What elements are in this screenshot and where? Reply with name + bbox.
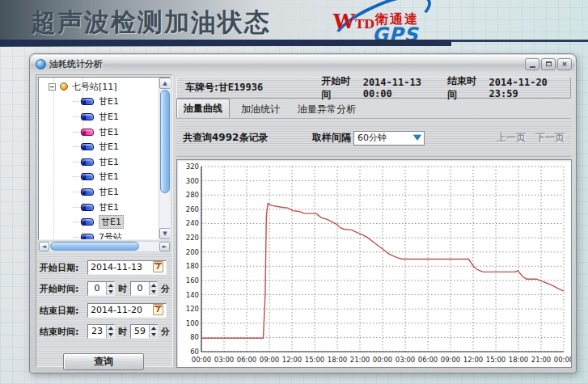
end-time-row: 结束时间: 23 时 59 分 xyxy=(40,324,173,339)
y-tick-label: 140 xyxy=(186,291,199,299)
y-tick-label: 260 xyxy=(186,205,199,213)
scroll-down-icon[interactable]: ▼ xyxy=(159,228,171,239)
spin-down-icon[interactable] xyxy=(107,289,114,295)
scroll-left-icon[interactable]: ◄ xyxy=(39,242,49,251)
spin-up-icon[interactable] xyxy=(150,325,157,331)
group-dot-icon xyxy=(60,82,68,91)
tree-horizontal-scrollbar[interactable]: ◄ ► xyxy=(38,241,171,252)
scroll-right-icon[interactable]: ► xyxy=(159,242,170,251)
tree-item-vehicle[interactable]: 甘E1 xyxy=(39,170,159,185)
start-minute-stepper[interactable]: 0 xyxy=(130,281,158,296)
restore-button[interactable] xyxy=(541,58,556,70)
start-date-label: 开始日期: xyxy=(40,262,87,274)
vehicle-label[interactable]: 7号站 xyxy=(99,231,122,240)
start-time-label: 开始时间: xyxy=(40,283,87,295)
x-tick-label: 03:00 xyxy=(214,356,235,364)
end-time-label: 结束时间: xyxy=(40,326,87,338)
tree-item-vehicle[interactable]: 甘E1 xyxy=(39,154,159,170)
y-tick-label: 240 xyxy=(186,219,199,227)
tree-item-vehicle[interactable]: 甘E1 xyxy=(39,95,159,110)
vehicle-icon xyxy=(81,143,94,150)
end-minute-stepper[interactable]: 59 xyxy=(130,324,158,339)
x-tick-label: 09:00 xyxy=(441,356,461,364)
tree-scroll-thumb[interactable] xyxy=(160,90,170,193)
vehicle-label[interactable]: 甘E1 xyxy=(99,141,119,153)
vehicle-icon xyxy=(81,188,94,196)
tree-connector xyxy=(73,207,81,208)
scroll-up-icon[interactable]: ▲ xyxy=(159,78,171,89)
y-tick-label: 220 xyxy=(186,234,199,242)
x-tick-label: 03:00 xyxy=(396,356,416,364)
start-time-value: 2014-11-13 00:00 xyxy=(363,77,436,99)
minute-unit-label: 分 xyxy=(161,283,170,295)
y-tick-label: 180 xyxy=(186,262,199,270)
vehicle-label[interactable]: 甘E1 xyxy=(99,201,119,213)
spin-down-icon[interactable] xyxy=(150,289,157,295)
vehicle-icon xyxy=(81,204,94,211)
vehicle-label[interactable]: 甘E1 xyxy=(99,215,124,229)
tree-connector xyxy=(73,192,81,192)
fuel-line-chart-svg: 6080100120140160180200220240260280300320… xyxy=(177,160,571,367)
tree-connector xyxy=(73,237,81,238)
start-date-calendar-icon[interactable]: 7 xyxy=(153,261,163,272)
x-tick-label: 00:00 xyxy=(554,356,571,364)
tab-active[interactable]: 油量曲线 xyxy=(176,99,230,118)
y-tick-label: 300 xyxy=(186,177,199,185)
records-count: 共查询4992条记录 xyxy=(183,131,312,145)
tree-item-vehicle[interactable]: 甘E1 xyxy=(39,200,159,215)
y-tick-label: 320 xyxy=(186,162,199,171)
minimize-button[interactable] xyxy=(525,58,539,70)
start-hour-stepper[interactable]: 0 xyxy=(87,281,115,296)
vehicle-label[interactable]: 甘E1 xyxy=(99,95,119,108)
x-tick-label: 15:00 xyxy=(486,356,506,364)
tree-item-vehicle[interactable]: 甘E1 xyxy=(39,214,159,230)
vehicle-label[interactable]: 甘E1 xyxy=(99,111,119,123)
tree-item-vehicle[interactable]: 7号站 xyxy=(39,230,159,240)
tree-item-vehicle[interactable]: 甘E1 xyxy=(39,109,159,124)
x-tick-label: 18:00 xyxy=(509,356,529,364)
x-tick-label: 06:00 xyxy=(237,356,257,364)
next-page-link[interactable]: 下一页 xyxy=(535,131,565,145)
start-time-caption: 开始时间 xyxy=(321,74,352,102)
dropdown-arrow-icon[interactable] xyxy=(412,133,423,144)
prev-page-link[interactable]: 上一页 xyxy=(497,131,526,145)
close-button[interactable]: × xyxy=(557,58,572,70)
spin-up-icon[interactable] xyxy=(150,282,157,289)
tree-hscroll-thumb[interactable] xyxy=(50,242,139,251)
vehicle-icon xyxy=(81,129,94,136)
spin-down-icon[interactable] xyxy=(150,331,157,338)
hour-unit-label: 时 xyxy=(118,326,127,338)
plate-value: 甘E19936 xyxy=(218,82,263,93)
tab-item[interactable]: 加油统计 xyxy=(235,100,286,118)
vehicle-label[interactable]: 甘E1 xyxy=(99,171,119,183)
tree-item-vehicle[interactable]: 甘E1 xyxy=(39,124,159,140)
spin-down-icon[interactable] xyxy=(107,331,114,338)
collapse-expander-icon[interactable] xyxy=(49,83,56,91)
query-button[interactable]: 查询 xyxy=(63,353,144,370)
tree-connector xyxy=(73,222,81,222)
end-date-calendar-icon[interactable]: 7 xyxy=(153,304,163,315)
window-globe-icon xyxy=(36,59,46,70)
end-date-label: 结束日期: xyxy=(40,305,87,317)
tree-item-vehicle[interactable]: 甘E1 xyxy=(39,184,159,200)
vehicle-label[interactable]: 甘E1 xyxy=(99,156,119,168)
tree-item-vehicle[interactable]: 甘E1 xyxy=(39,139,159,154)
end-hour-stepper[interactable]: 23 xyxy=(87,324,115,339)
tab-item[interactable]: 油量异常分析 xyxy=(291,100,362,118)
end-date-row: 结束日期: 2014-11-20 7 xyxy=(40,303,167,318)
x-tick-label: 12:00 xyxy=(282,356,302,364)
spin-up-icon[interactable] xyxy=(107,282,114,289)
window-titlebar[interactable]: 油耗统计分析 × xyxy=(31,55,575,73)
vehicle-icon xyxy=(81,234,94,240)
vehicle-label[interactable]: 甘E1 xyxy=(99,186,119,198)
interval-label: 取样间隔 xyxy=(312,131,351,145)
tree-vertical-scrollbar[interactable]: ▲ ▼ xyxy=(159,78,170,239)
vehicle-label[interactable]: 甘E1 xyxy=(99,126,119,138)
banner-underline-thin xyxy=(451,40,588,42)
spin-up-icon[interactable] xyxy=(107,325,114,331)
interval-select[interactable]: 60分钟 xyxy=(353,131,425,146)
left-panel: 七号站[11]甘E1甘E1甘E1甘E1甘E1甘E1甘E1甘E1甘E17号站甘E1… xyxy=(36,74,173,367)
tree-group-row[interactable]: 七号站[11] xyxy=(39,79,159,95)
tree-connector xyxy=(73,176,81,177)
x-tick-label: 09:00 xyxy=(260,356,280,364)
